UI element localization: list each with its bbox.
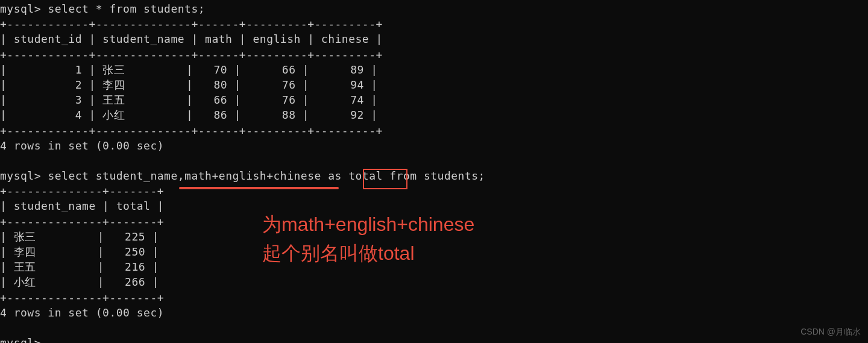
table2-border-top: +--------------+-------+ <box>0 183 868 198</box>
table1-border-top: +------------+--------------+------+----… <box>0 16 868 31</box>
query-line-2: mysql> select student_name,math+english+… <box>0 168 868 183</box>
annotation-box <box>363 169 407 189</box>
table1-row: | 1 | 张三 | 70 | 66 | 89 | <box>0 62 868 77</box>
table2-row: | 小红 | 266 | <box>0 274 868 289</box>
annotation-underline <box>179 187 339 189</box>
table2-summary: 4 rows in set (0.00 sec) <box>0 305 868 320</box>
table2-border-bot: +--------------+-------+ <box>0 290 868 305</box>
table1-summary: 4 rows in set (0.00 sec) <box>0 138 868 153</box>
annotation-text: 为math+english+chinese 起个别名叫做total <box>262 210 474 268</box>
table1-border-bot: +------------+--------------+------+----… <box>0 123 868 138</box>
annotation-line2: 起个别名叫做total <box>262 239 474 268</box>
table1-row: | 3 | 王五 | 66 | 76 | 74 | <box>0 92 868 107</box>
query-line-1: mysql> select * from students; <box>0 1 868 16</box>
table1-row: | 2 | 李四 | 80 | 76 | 94 | <box>0 77 868 92</box>
table1-row: | 4 | 小红 | 86 | 88 | 92 | <box>0 107 868 122</box>
annotation-line1: 为math+english+chinese <box>262 210 474 239</box>
table1-header: | student_id | student_name | math | eng… <box>0 31 868 46</box>
blank-line <box>0 153 868 168</box>
prompt-line[interactable]: mysql> <box>0 335 868 343</box>
watermark: CSDN @月临水 <box>800 326 861 338</box>
table1-border-mid: +------------+--------------+------+----… <box>0 47 868 62</box>
blank-line <box>0 320 868 335</box>
